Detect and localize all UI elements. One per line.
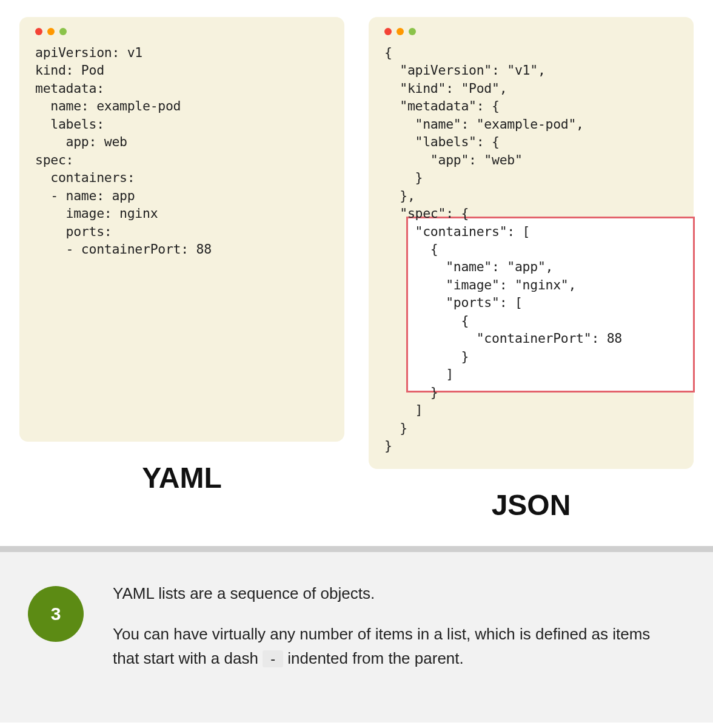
close-dot-icon <box>384 28 392 35</box>
step-number-badge: 3 <box>28 586 84 642</box>
step-description: YAML lists are a sequence of objects. Yo… <box>113 581 674 686</box>
desc-line-2: You can have virtually any number of ite… <box>113 622 674 671</box>
minimize-dot-icon <box>397 28 404 35</box>
window-dots <box>35 28 329 35</box>
desc-line-1: YAML lists are a sequence of objects. <box>113 581 674 605</box>
yaml-label: YAML <box>19 461 344 494</box>
maximize-dot-icon <box>409 28 416 35</box>
yaml-code: apiVersion: v1 kind: Pod metadata: name:… <box>35 44 329 258</box>
json-label: JSON <box>369 488 694 522</box>
window-dots <box>384 28 678 35</box>
maximize-dot-icon <box>59 28 67 35</box>
json-code: { "apiVersion": "v1", "kind": "Pod", "me… <box>384 44 678 454</box>
desc-text: indented from the parent. <box>283 649 464 667</box>
section-divider <box>0 546 713 552</box>
close-dot-icon <box>35 28 42 35</box>
dash-code: - <box>263 650 283 667</box>
minimize-dot-icon <box>47 28 55 35</box>
yaml-window: apiVersion: v1 kind: Pod metadata: name:… <box>19 17 344 442</box>
json-window: { "apiVersion": "v1", "kind": "Pod", "me… <box>369 17 694 469</box>
